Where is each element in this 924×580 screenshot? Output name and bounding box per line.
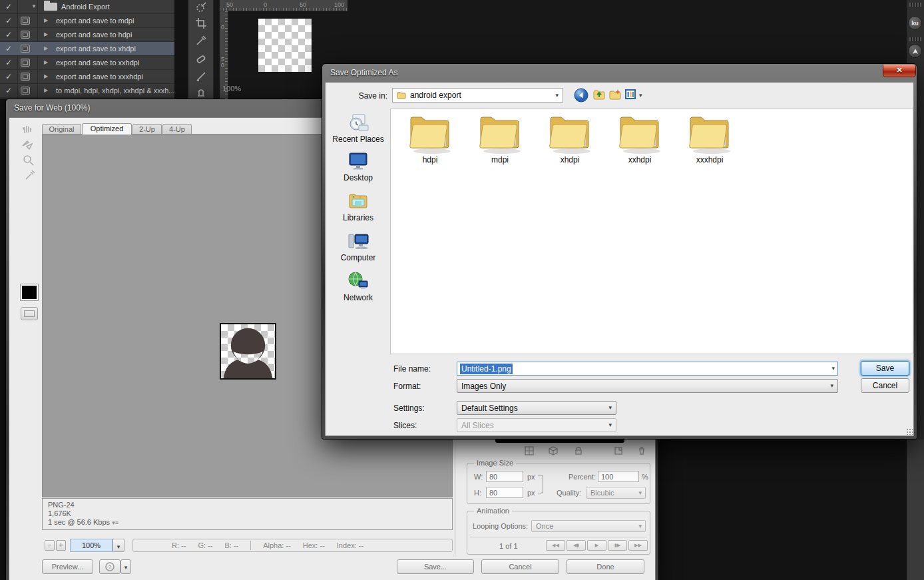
delete-color-icon[interactable] [636, 445, 648, 457]
save-button[interactable]: Save... [397, 559, 474, 574]
constrain-proportions-link-icon[interactable] [538, 475, 543, 493]
new-color-icon[interactable] [613, 445, 625, 457]
height-field[interactable]: 80 [486, 487, 523, 498]
zoom-dropdown-button[interactable]: ▾ [113, 539, 124, 552]
quick-selection-tool-icon[interactable] [195, 1, 207, 13]
rocket-panel-icon[interactable] [908, 44, 922, 58]
folder-item-xxxhdpi[interactable]: xxxhdpi [679, 113, 740, 191]
dialog-toggle-icon[interactable] [21, 87, 30, 95]
zoom-in-button[interactable]: + [56, 540, 66, 551]
panel-grip[interactable] [909, 37, 921, 41]
play-button[interactable]: ▶ [587, 540, 606, 551]
folder-item-hdpi[interactable]: hdpi [399, 113, 461, 191]
tab-4up[interactable]: 4-Up [162, 124, 192, 135]
dialog-toggle-icon[interactable] [21, 17, 30, 25]
width-field[interactable]: 80 [486, 471, 523, 482]
folder-item-xhdpi[interactable]: xhdpi [539, 113, 600, 191]
hand-tool-icon[interactable] [21, 122, 34, 135]
disclosure-closed-icon[interactable]: ▶ [44, 59, 48, 65]
kuler-panel-icon[interactable]: ku [908, 16, 922, 30]
format-combo[interactable]: Images Only ▾ [457, 379, 838, 393]
preview-button[interactable]: Preview... [42, 559, 93, 574]
views-menu-button[interactable] [624, 88, 639, 103]
brush-tool-icon[interactable] [195, 71, 207, 83]
check-icon[interactable]: ✓ [5, 2, 12, 11]
healing-brush-tool-icon[interactable] [195, 53, 207, 65]
previous-frame-button[interactable]: ◀▮ [567, 540, 586, 551]
transparency-icon[interactable] [524, 445, 536, 457]
settings-combo[interactable]: Default Settings ▾ [457, 401, 616, 415]
action-set-row[interactable]: ✓ ▼ Android Export [0, 0, 174, 14]
check-icon[interactable]: ✓ [5, 16, 12, 25]
dialog-toggle-icon[interactable] [21, 59, 30, 67]
disclosure-closed-icon[interactable]: ▶ [44, 45, 48, 51]
tab-optimized[interactable]: Optimized [82, 123, 132, 135]
file-name-combo[interactable]: Untitled-1.png ▾ [457, 362, 838, 376]
sidebar-item-recent-places[interactable]: Recent Places [329, 112, 387, 144]
lock-color-icon[interactable] [573, 445, 585, 457]
check-icon[interactable]: ✓ [5, 44, 12, 53]
action-row[interactable]: ✓ ▶ to mdpi, hdpi, xhdpi, xxhdpi & xxxh.… [0, 84, 174, 98]
browser-list-dropdown[interactable]: ▾ [120, 559, 131, 574]
eyedropper-icon[interactable] [23, 168, 37, 182]
views-chevron-icon[interactable]: ▾ [639, 93, 642, 99]
zoom-out-button[interactable]: − [45, 540, 55, 551]
first-frame-button[interactable]: ◀◀ [546, 540, 565, 551]
crop-tool-icon[interactable] [195, 17, 207, 29]
action-row[interactable]: ✓ ▶ export and save to xxxhdpi [0, 70, 174, 84]
sidebar-item-network[interactable]: Network [329, 270, 387, 302]
dialog-cancel-button[interactable]: Cancel [861, 378, 909, 393]
document-zoom-level[interactable]: 100% [222, 85, 241, 93]
sidebar-item-computer[interactable]: Computer [329, 230, 387, 262]
matte-color-swatch[interactable] [21, 284, 38, 300]
slice-select-tool-icon[interactable] [21, 138, 34, 151]
last-frame-button[interactable]: ▶▶ [628, 540, 648, 551]
disclosure-closed-icon[interactable]: ▶ [44, 17, 48, 23]
disclosure-closed-icon[interactable]: ▶ [44, 87, 48, 93]
folder-item-xxhdpi[interactable]: xxhdpi [609, 113, 670, 191]
disclosure-closed-icon[interactable]: ▶ [44, 31, 48, 37]
dialog-toggle-icon[interactable] [21, 45, 30, 53]
file-name-value[interactable]: Untitled-1.png [460, 364, 513, 374]
disclosure-open-icon[interactable]: ▼ [31, 3, 37, 9]
next-frame-button[interactable]: ▮▶ [608, 540, 627, 551]
check-icon[interactable]: ✓ [5, 58, 12, 67]
disclosure-closed-icon[interactable]: ▶ [44, 73, 48, 79]
eyedropper-tool-icon[interactable] [195, 35, 207, 47]
toggle-slices-visibility-button[interactable] [21, 307, 38, 320]
sidebar-item-libraries[interactable]: Libraries [329, 190, 387, 222]
tab-original[interactable]: Original [42, 124, 81, 135]
back-button[interactable] [574, 88, 588, 103]
quality-combo[interactable]: Bicubic ▾ [586, 487, 646, 499]
action-row[interactable]: ✓ ▶ export and save to hdpi [0, 28, 174, 42]
cancel-button[interactable]: Cancel [481, 559, 559, 574]
action-row-selected[interactable]: ✓ ▶ export and save to xhdpi [0, 42, 174, 56]
web-shift-cube-icon[interactable] [548, 445, 560, 457]
sidebar-item-desktop[interactable]: Desktop [329, 150, 387, 182]
folder-item-mdpi[interactable]: mdpi [469, 113, 531, 191]
dialog-toggle-icon[interactable] [21, 31, 30, 39]
resize-grip[interactable] [906, 428, 913, 435]
panel-grip[interactable] [909, 3, 921, 7]
close-icon[interactable]: ✕ [883, 65, 916, 77]
clone-stamp-tool-icon[interactable] [195, 87, 207, 99]
check-icon[interactable]: ✓ [5, 30, 12, 39]
tab-2up[interactable]: 2-Up [132, 124, 162, 135]
percent-field[interactable]: 100 [598, 471, 639, 482]
new-folder-button[interactable] [608, 88, 623, 103]
dialog-save-button[interactable]: Save [861, 361, 909, 376]
zoom-level-field[interactable]: 100% [70, 539, 113, 552]
action-row[interactable]: ✓ ▶ export and save to xxhdpi [0, 56, 174, 70]
zoom-tool-icon[interactable] [22, 154, 35, 167]
file-list[interactable]: hdpi mdpi [390, 109, 913, 354]
up-one-level-button[interactable] [592, 88, 607, 103]
check-icon[interactable]: ✓ [5, 72, 12, 81]
check-icon[interactable]: ✓ [5, 86, 12, 95]
action-row[interactable]: ✓ ▶ export and save to mdpi [0, 14, 174, 28]
done-button[interactable]: Done [567, 559, 644, 574]
dialog-toggle-icon[interactable] [21, 73, 30, 81]
looping-combo[interactable]: Once ▾ [531, 520, 646, 532]
save-in-combo[interactable]: android export ▾ [392, 88, 563, 103]
preview-in-browser-icon[interactable]: ? [99, 559, 120, 574]
info-menu-icon[interactable]: ▾≡ [112, 519, 118, 526]
